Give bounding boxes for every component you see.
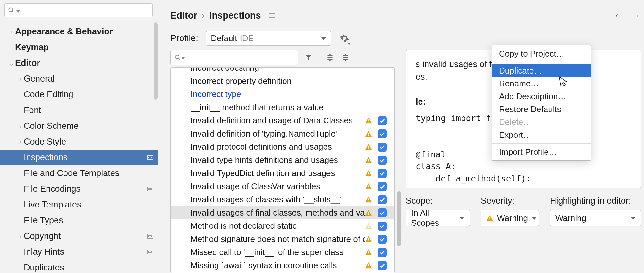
sidebar-item-appearance-behavior[interactable]: ›Appearance & Behavior [0,24,158,40]
inspection-checkbox[interactable] [378,182,387,191]
scope-select[interactable]: In All Scopes [406,210,470,226]
sidebar-item-label: File Encodings [24,184,80,194]
sidebar-item-code-editing[interactable]: Code Editing [0,87,158,102]
breadcrumb-parent[interactable]: Editor [170,10,197,21]
sidebar-item-label: General [24,74,55,84]
profile-select[interactable]: Default IDE [206,31,331,46]
inspection-search-input[interactable] [170,50,298,65]
inspection-checkbox[interactable] [378,235,387,244]
svg-rect-23 [368,201,369,201]
project-badge-icon [147,234,153,239]
sidebar-item-editor[interactable]: ⌄Editor [0,55,158,71]
inspection-label: Invalid protocol definitions and usages [191,142,332,152]
inspection-row[interactable]: Missed call to '__init__' of the super c… [171,246,394,259]
warning-icon [365,117,373,125]
inspection-toolbar [170,50,395,65]
description-heading: le: [416,97,426,107]
inspection-checkbox[interactable] [378,208,387,217]
inspection-checkbox[interactable] [378,129,387,138]
profile-suffix: IDE [240,33,254,43]
sidebar-item-font[interactable]: Font [0,102,158,118]
chevron-right-icon: › [8,28,15,35]
sidebar-item-keymap[interactable]: Keymap [0,40,158,55]
inspection-checkbox[interactable] [378,143,387,152]
scrollbar[interactable] [154,22,158,100]
inspection-checkbox[interactable] [378,261,387,270]
inspection-checkbox[interactable] [378,248,387,257]
highlight-select[interactable]: Warning [550,210,641,226]
breadcrumb: Editor › Inspections ← → [158,0,644,24]
expand-all-button[interactable] [325,53,335,62]
menu-item-export[interactable]: Export… [492,128,591,141]
menu-item-rename[interactable]: Rename… [492,77,591,90]
gear-icon [340,33,349,43]
profile-gear-button[interactable] [339,32,350,44]
sidebar-item-copyright[interactable]: ›Copyright [0,228,158,244]
menu-item-add-description[interactable]: Add Description… [492,90,591,103]
sidebar-item-inspections[interactable]: Inspections [0,150,158,165]
svg-rect-26 [368,225,369,227]
inspection-label: Missing `await` syntax in coroutine call… [191,260,337,270]
scope-value: In All Scopes [411,208,455,228]
sidebar-item-file-encodings[interactable]: File Encodings [0,181,158,197]
warning-icon [365,183,373,190]
scrollbar[interactable] [397,191,401,246]
warning-icon [365,156,373,164]
nav-forward-button[interactable]: → [630,10,641,21]
sidebar-item-inlay-hints[interactable]: Inlay Hints [0,244,158,260]
sidebar-search-input[interactable] [4,3,153,17]
collapse-all-button[interactable] [341,53,350,62]
inspection-row[interactable]: Method signature does not match signatur… [171,233,394,246]
inspection-row[interactable]: Invalid definition and usage of Data Cla… [171,114,394,127]
menu-item-import-profile[interactable]: Import Profile… [492,145,591,158]
profile-label: Profile: [170,33,198,43]
chevron-down-icon [16,10,20,13]
sidebar-item-file-types[interactable]: File Types [0,213,158,228]
sidebar-item-duplicates[interactable]: Duplicates [0,260,158,273]
inspection-label: Invalid definition of 'typing.NamedTuple… [191,129,337,139]
svg-rect-14 [368,146,369,148]
inspection-row[interactable]: Missing `await` syntax in coroutine call… [171,259,394,272]
inspection-checkbox[interactable] [378,116,387,125]
nav-back-button[interactable]: ← [614,10,625,21]
inspection-list[interactable]: Incorrect docstringIncorrect property de… [170,67,395,273]
inspection-row[interactable]: Invalid definition of 'typing.NamedTuple… [171,127,394,140]
inspection-row[interactable]: Method is not declared static [171,219,394,233]
inspection-row[interactable]: Invalid usage of ClassVar variables [171,180,394,193]
inspection-checkbox[interactable] [378,169,387,178]
warning-icon [365,130,373,138]
inspection-row[interactable]: __init__ method that returns a value [171,101,394,114]
inspection-row[interactable]: Invalid type hints definitions and usage… [171,154,394,167]
search-icon [174,54,181,61]
inspection-label: Incorrect property definition [191,76,292,86]
svg-rect-12 [368,133,369,135]
inspection-row[interactable]: Invalid usages of final classes, methods… [171,206,394,219]
severity-select[interactable]: Warning [481,210,539,226]
inspection-row[interactable]: Invalid usages of classes with '__slots_… [171,193,394,206]
svg-rect-19 [368,174,369,175]
inspection-row[interactable]: Invalid protocol definitions and usages [171,140,394,154]
inspection-label: Method is not declared static [191,221,297,231]
inspection-checkbox[interactable] [378,195,387,204]
inspection-label: Method signature does not match signatur… [191,234,365,244]
inspection-row[interactable]: Invalid TypedDict definition and usages [171,167,394,180]
sidebar-item-file-and-code-templates[interactable]: File and Code Templates [0,165,158,181]
inspection-row[interactable]: Incorrect docstring [171,67,394,75]
filter-button[interactable] [304,53,313,62]
menu-item-copy-to-project[interactable]: Copy to Project… [492,47,591,60]
inspection-checkbox[interactable] [378,156,387,165]
svg-rect-13 [368,135,369,136]
sidebar-item-code-style[interactable]: ›Code Style [0,134,158,150]
sidebar-item-general[interactable]: ›General [0,71,158,87]
project-badge-icon [147,187,153,191]
sidebar-item-label: Inlay Hints [24,247,64,257]
inspection-checkbox[interactable] [378,222,387,231]
menu-item-duplicate[interactable]: Duplicate… [492,64,591,77]
menu-item-restore-defaults[interactable]: Restore Defaults [492,103,591,116]
inspection-row[interactable]: Incorrect type [171,88,394,101]
chevron-right-icon: › [17,75,24,83]
inspection-row[interactable]: Incorrect property definition [171,75,394,88]
sidebar-item-color-scheme[interactable]: ›Color Scheme [0,118,158,134]
inspection-label: Missed call to '__init__' of the super c… [191,247,343,257]
sidebar-item-live-templates[interactable]: Live Templates [0,197,158,213]
